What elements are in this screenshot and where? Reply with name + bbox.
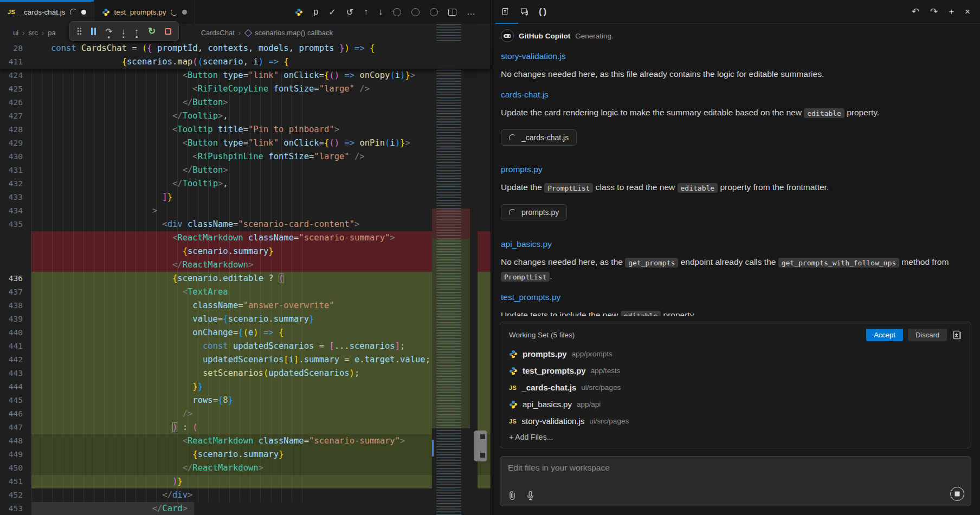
restart-icon[interactable]: ↻ bbox=[148, 27, 156, 36]
run-below-icon[interactable] bbox=[430, 8, 438, 16]
line-number: 425 bbox=[0, 82, 31, 96]
code-line[interactable]: 429 <Button type="link" onClick={() => o… bbox=[0, 136, 491, 150]
code-line[interactable]: 431 </Button> bbox=[0, 164, 491, 177]
close-icon[interactable]: × bbox=[965, 6, 970, 17]
code-line[interactable]: 441 const updatedScenarios = [...scenari… bbox=[0, 340, 491, 353]
modified-dot-icon[interactable] bbox=[182, 10, 187, 15]
code-line[interactable]: 438 className="answer-overwrite" bbox=[0, 299, 491, 312]
code-line[interactable]: 434 > bbox=[0, 204, 491, 218]
stop-icon[interactable] bbox=[165, 28, 171, 35]
python-interpreter-icon[interactable] bbox=[295, 8, 303, 16]
working-set-file[interactable]: JSstory-validation.jsui/src/pages bbox=[509, 413, 962, 429]
code-line[interactable]: 440 onChange={(e) => { bbox=[0, 326, 491, 340]
minimap[interactable] bbox=[432, 24, 478, 515]
code-line[interactable]: 449 {scenario.summary} bbox=[0, 448, 491, 461]
code-line[interactable]: 428 <Tooltip title="Pin to pinboard"> bbox=[0, 123, 491, 136]
loading-spinner-icon bbox=[509, 209, 516, 216]
chat-paragraph: No changes needed here, as this file alr… bbox=[501, 67, 970, 81]
code-line[interactable]: 443 setScenarios(updatedScenarios); bbox=[0, 367, 491, 380]
run-above-icon[interactable] bbox=[393, 8, 401, 16]
step-into-icon[interactable]: ↓ bbox=[121, 27, 126, 36]
navigate-up-icon[interactable]: ↑ bbox=[364, 7, 368, 17]
breadcrumb-item[interactable]: pa bbox=[48, 29, 55, 37]
breadcrumb-item[interactable]: src bbox=[28, 29, 37, 37]
modified-dot-icon[interactable] bbox=[81, 10, 86, 15]
breadcrumb-item[interactable]: ui bbox=[13, 29, 18, 37]
file-link[interactable]: test_prompts.py bbox=[501, 292, 970, 302]
code-line[interactable]: 436 {scenario.editable ? ( bbox=[0, 272, 491, 285]
file-progress-chip[interactable]: _cards-chat.js bbox=[501, 129, 577, 146]
panel-resize-handle[interactable] bbox=[474, 431, 487, 461]
undo-icon[interactable]: ↶ bbox=[912, 6, 919, 17]
file-progress-chip[interactable]: prompts.py bbox=[501, 204, 567, 220]
tab-test-prompts[interactable]: test_prompts.py bbox=[94, 0, 195, 24]
code-line[interactable]: 430 <RiPushpinLine fontSize="large" /> bbox=[0, 150, 491, 164]
file-link[interactable]: story-validation.js bbox=[501, 51, 970, 61]
code-line[interactable]: </ReactMarkdown> bbox=[0, 258, 491, 272]
profile-letter[interactable]: p bbox=[313, 7, 318, 17]
code-line[interactable]: <ReactMarkdown className="scenario-summa… bbox=[0, 231, 491, 245]
code-line[interactable]: 28const CardsChat = ({ promptId, context… bbox=[0, 42, 491, 55]
code-line[interactable]: 439 value={scenario.summary} bbox=[0, 312, 491, 326]
stop-generating-button[interactable] bbox=[950, 487, 964, 501]
working-set-file[interactable]: test_prompts.pyapp/tests bbox=[509, 362, 962, 379]
microphone-icon[interactable] bbox=[526, 491, 534, 500]
drag-grip-icon[interactable] bbox=[77, 27, 82, 35]
python-file-icon bbox=[509, 400, 518, 409]
code-line[interactable]: 424 <Button type="link" onClick={() => o… bbox=[0, 69, 491, 82]
code-line[interactable]: 432 </Tooltip>, bbox=[0, 177, 491, 191]
chat-view-icon[interactable] bbox=[520, 7, 529, 16]
code-line[interactable]: 411 {scenarios.map((scenario, i) => { bbox=[0, 55, 491, 69]
copilot-logo-icon[interactable]: ( ) bbox=[539, 6, 546, 17]
file-link[interactable]: cards-chat.js bbox=[501, 90, 970, 100]
attach-icon[interactable] bbox=[508, 491, 517, 500]
code-area[interactable]: 424 <Button type="link" onClick={() => o… bbox=[0, 69, 491, 515]
code-line[interactable]: 445 rows={8} bbox=[0, 394, 491, 407]
code-line[interactable]: 426 </Button> bbox=[0, 96, 491, 109]
step-over-icon[interactable]: ↷ bbox=[105, 27, 112, 36]
line-number: 430 bbox=[0, 150, 31, 164]
redo-icon[interactable]: ↷ bbox=[930, 6, 938, 17]
line-number: 439 bbox=[0, 312, 31, 326]
undo-icon[interactable]: ↺ bbox=[346, 7, 353, 17]
run-cell-icon[interactable] bbox=[411, 8, 420, 16]
js-file-icon: JS bbox=[509, 384, 517, 391]
discard-button[interactable]: Discard bbox=[908, 329, 947, 341]
code-line[interactable]: 450 </ReactMarkdown> bbox=[0, 461, 491, 475]
debug-toolbar: ↷ ↓ ↑ ↻ bbox=[69, 21, 179, 41]
file-link[interactable]: prompts.py bbox=[501, 165, 970, 174]
breadcrumb-item[interactable]: scenarios.map() callback bbox=[255, 29, 333, 37]
step-out-icon[interactable]: ↑ bbox=[134, 27, 139, 36]
code-line[interactable]: 444 }} bbox=[0, 380, 491, 394]
code-line[interactable]: 437 <TextArea bbox=[0, 285, 491, 299]
working-set-file[interactable]: JS_cards-chat.jsui/src/pages bbox=[509, 379, 962, 396]
code-line[interactable]: {scenario.summary} bbox=[0, 245, 491, 258]
code-line[interactable]: 433 ]} bbox=[0, 191, 491, 204]
more-actions-icon[interactable]: … bbox=[467, 7, 475, 17]
view-diff-icon[interactable] bbox=[952, 330, 962, 340]
chat-input[interactable]: Edit files in your workspace bbox=[500, 456, 971, 506]
new-edit-session-icon[interactable] bbox=[501, 7, 510, 16]
check-icon[interactable]: ✓ bbox=[328, 7, 336, 17]
code-line[interactable]: 448 <ReactMarkdown className="scenario-s… bbox=[0, 434, 491, 448]
code-line[interactable]: 451 )} bbox=[0, 475, 491, 488]
code-line[interactable]: 452 </div> bbox=[0, 488, 491, 502]
tab-cards-chat[interactable]: JS _cards-chat.js bbox=[0, 0, 94, 24]
code-line[interactable]: 425 <RiFileCopyLine fontSize="large" /> bbox=[0, 82, 491, 96]
code-line[interactable]: 447 ) : ( bbox=[0, 421, 491, 434]
code-line[interactable]: 427 </Tooltip>, bbox=[0, 109, 491, 123]
accept-button[interactable]: Accept bbox=[866, 329, 903, 341]
split-editor-icon[interactable] bbox=[448, 9, 456, 16]
file-link[interactable]: api_basics.py bbox=[501, 239, 970, 249]
code-line[interactable]: 446 /> bbox=[0, 407, 491, 421]
add-icon[interactable]: + bbox=[949, 6, 954, 17]
code-line[interactable]: 442 updatedScenarios[i].summary = e.targ… bbox=[0, 353, 491, 367]
code-line[interactable]: 453 </Card> bbox=[0, 502, 491, 515]
navigate-down-icon[interactable]: ↓ bbox=[378, 7, 383, 17]
add-files-button[interactable]: + Add Files... bbox=[509, 433, 962, 441]
working-set-file[interactable]: api_basics.pyapp/api bbox=[509, 396, 962, 413]
code-line[interactable]: 435 <div className="scenario-card-conten… bbox=[0, 218, 491, 231]
breadcrumb-item[interactable]: CardsChat bbox=[201, 29, 235, 37]
working-set-file[interactable]: prompts.pyapp/prompts bbox=[509, 345, 962, 362]
pause-icon[interactable] bbox=[91, 28, 96, 35]
